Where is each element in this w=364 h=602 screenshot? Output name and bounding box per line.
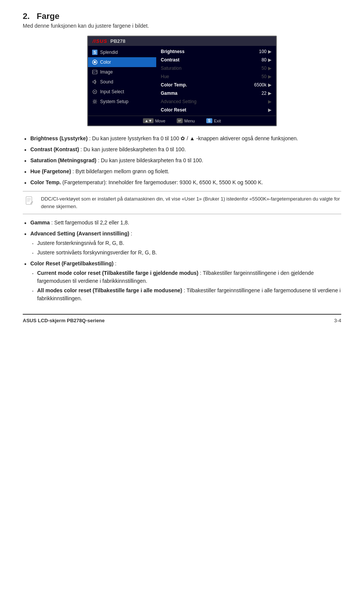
osd-val-color-temp: 6500k ▶ [254,82,271,88]
bullet-color-reset-bold: Color Reset (Fargetilbakestilling) [30,260,113,267]
osd-move-icon: ▲▼ [143,118,154,123]
note-icon [23,195,36,209]
svg-point-5 [94,91,96,92]
osd-menu-label-system-setup: System Setup [100,99,129,104]
osd-label-advanced-setting: Advanced Setting [161,99,196,104]
osd-row-advanced-setting: Advanced Setting ▶ [161,97,271,106]
bullet-hue-bold: Hue (Fargetone) [30,168,71,174]
osd-menu-icon-footer: ↵ [177,118,183,123]
osd-body: S Splendid Color Image [88,46,276,116]
bullet-color-reset: Color Reset (Fargetilbakestilling) : Cur… [23,260,341,303]
osd-val-color-reset: ▶ [268,107,271,113]
osd-settings-panel: Brightness 100 ▶ Contrast 80 ▶ Saturatio… [156,46,276,116]
osd-label-gamma: Gamma [161,91,177,96]
sub-advanced-1-text: Justere forsterkningsnivå for R, G, B. [37,240,124,246]
footer-page: 3-4 [334,318,341,323]
bullet-contrast: Contrast (Kontrast) : Du kan justere bil… [23,146,341,154]
osd-logo: /ISUS [93,38,107,44]
osd-menu-label-image: Image [100,69,113,75]
osd-label-color-temp: Color Temp. [161,82,187,88]
osd-label-contrast: Contrast [161,57,179,63]
osd-menu-item-image[interactable]: Image [88,67,156,77]
osd-row-saturation: Saturation 50 ▶ [161,64,271,72]
color-reset-sublist: Current mode color reset (Tilbakestille … [30,269,341,303]
bullet-brightness-bold: Brightness (Lysstyrke) [30,135,88,141]
osd-menu-item-splendid[interactable]: S Splendid [88,47,156,57]
bullet-gamma-text: : Sett fargemodus til 2,2 eller 1,8. [51,219,129,226]
sub-advanced-2: Justere sortnivåets forskyvningsverdier … [30,249,341,257]
osd-label-color-reset: Color Reset [161,107,186,113]
sub-color-reset-2: All modes color reset (Tilbakestille far… [30,287,341,303]
osd-menu-label-splendid: Splendid [100,50,118,55]
chapter-title: Farge [37,11,60,21]
osd-footer-menu: ↵ Menu [177,118,195,123]
page-footer: ASUS LCD-skjerm PB278Q-seriene 3-4 [23,314,341,323]
bullet-brightness: Brightness (Lysstyrke) : Du kan justere … [23,135,341,143]
sub-color-reset-1: Current mode color reset (Tilbakestille … [30,269,341,285]
osd-val-saturation: 50 ▶ [262,66,271,71]
osd-val-gamma: 22 ▶ [262,91,271,96]
osd-val-contrast: 80 ▶ [262,57,271,63]
svg-marker-3 [93,80,95,84]
osd-model: PB278 [110,38,126,44]
sub-color-reset-2-bold: All modes color reset (Tilbakestille far… [37,287,182,293]
bullet-advanced-setting-colon: : [131,230,132,237]
osd-footer-move: ▲▼ Move [143,118,165,123]
osd-val-hue: 50 ▶ [262,74,271,79]
osd-menu-label-input-select: Input Select [100,89,124,94]
osd-menu-label-color: Color [100,60,111,65]
bullet-color-temp-text: (Fargetemperatur): Inneholder fire farge… [63,179,263,185]
bullet-advanced-setting-bold: Advanced Setting (Avansert innstilling) [30,230,129,237]
osd-menu-item-input-select[interactable]: Input Select [88,87,156,97]
bullet-saturation-bold: Saturation (Metningsgrad) [30,157,96,163]
bullet-gamma: Gamma : Sett fargemodus til 2,2 eller 1,… [23,219,341,227]
bullet-gamma-bold: Gamma [30,219,50,226]
bullet-color-temp-bold: Color Temp. [30,179,61,185]
footer-brand: ASUS LCD-skjerm PB278Q-seriene [23,318,105,323]
image-icon [92,69,98,75]
advanced-setting-sublist: Justere forsterkningsnivå for R, G, B. J… [30,239,341,257]
osd-titlebar: /ISUS PB278 [88,36,276,46]
bullet-hue: Hue (Fargetone) : Bytt bildefargen mello… [23,168,341,176]
osd-row-color-temp: Color Temp. 6500k ▶ [161,81,271,89]
osd-row-brightness: Brightness 100 ▶ [161,47,271,56]
osd-label-saturation: Saturation [161,66,182,71]
osd-label-hue: Hue [161,74,169,79]
osd-menu-item-sound[interactable]: Sound [88,77,156,87]
bullet-contrast-bold: Contrast (Kontrast) [30,146,79,152]
system-setup-icon [92,99,98,105]
osd-row-gamma: Gamma 22 ▶ [161,89,271,97]
osd-footer-exit: S Exit [206,118,221,123]
color-icon [92,59,98,65]
splendid-icon: S [92,49,98,55]
bullet-list-2: Gamma : Sett fargemodus til 2,2 eller 1,… [23,219,341,303]
osd-menu-label-sound: Sound [100,79,113,85]
osd-val-brightness: 100 ▶ [259,49,271,54]
osd-footer-move-label: Move [155,119,165,123]
bullet-hue-text: : Bytt bildefargen mellom grønn og fiole… [72,168,169,174]
osd-menu-item-system-setup[interactable]: System Setup [88,97,156,107]
bullet-contrast-text: : Du kan justere bildeskarpheten fra 0 t… [80,146,186,152]
osd-screenshot: /ISUS PB278 S Splendid Color [87,36,277,126]
osd-exit-icon: S [206,118,213,123]
bullet-list-1: Brightness (Lysstyrke) : Du kan justere … [23,135,341,187]
sub-advanced-1: Justere forsterkningsnivå for R, G, B. [30,239,341,247]
svg-point-6 [94,101,96,103]
bullet-color-temp: Color Temp. (Fargetemperatur): Inneholde… [23,179,341,187]
osd-row-contrast: Contrast 80 ▶ [161,56,271,64]
osd-val-advanced-setting: ▶ [268,99,271,104]
osd-label-brightness: Brightness [161,49,185,54]
osd-row-hue: Hue 50 ▶ [161,72,271,81]
osd-footer-exit-label: Exit [214,119,221,123]
osd-footer: ▲▼ Move ↵ Menu S Exit [88,116,276,125]
note-box: DDC/CI-verktøyet som er installert på da… [23,191,341,214]
sub-advanced-2-text: Justere sortnivåets forskyvningsverdier … [37,249,157,256]
svg-point-1 [94,61,96,63]
input-select-icon [92,89,98,95]
note-text: DDC/CI-verktøyet som er installert på da… [41,195,341,210]
bullet-saturation: Saturation (Metningsgrad) : Du kan juste… [23,157,341,165]
osd-footer-menu-label: Menu [184,119,195,123]
osd-menu-item-color[interactable]: Color [88,57,156,67]
bullet-color-reset-colon: : [115,260,116,267]
page-container: 2. Farge Med denne funksjonen kan du jus… [0,0,364,339]
